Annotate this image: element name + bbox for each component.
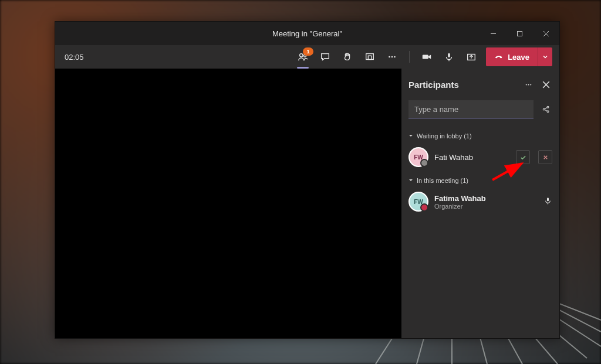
svg-rect-22 xyxy=(448,53,450,57)
chat-button[interactable] xyxy=(316,47,335,66)
mic-on-icon xyxy=(543,196,552,207)
participant-name: Fati Wahab xyxy=(434,153,508,162)
avatar: FW xyxy=(408,192,428,212)
people-button[interactable]: 1 xyxy=(293,47,312,66)
raise-hand-button[interactable] xyxy=(338,47,357,66)
admit-button[interactable] xyxy=(516,150,530,164)
participant-role: Organizer xyxy=(434,203,538,210)
titlebar: Meeting in "General" xyxy=(55,22,559,45)
deny-button[interactable] xyxy=(538,150,552,164)
svg-rect-36 xyxy=(547,198,549,201)
chevron-down-icon xyxy=(408,178,413,183)
leave-button[interactable]: Leave xyxy=(486,47,538,66)
video-stage xyxy=(55,69,401,338)
meeting-participant-row[interactable]: FW Fatima Wahab Organizer xyxy=(408,190,552,213)
svg-point-19 xyxy=(391,56,393,58)
svg-line-32 xyxy=(545,108,547,109)
svg-point-18 xyxy=(389,56,390,58)
svg-rect-17 xyxy=(368,56,371,59)
leave-button-group: Leave xyxy=(486,47,552,66)
lobby-section-header[interactable]: Waiting in lobby (1) xyxy=(408,132,552,140)
svg-point-14 xyxy=(300,54,303,57)
panel-more-button[interactable] xyxy=(522,78,535,91)
presence-dnd-icon xyxy=(420,203,428,212)
leave-chevron-button[interactable] xyxy=(538,47,552,66)
svg-point-26 xyxy=(530,84,531,85)
more-actions-button[interactable] xyxy=(383,47,401,66)
panel-close-button[interactable] xyxy=(539,78,552,91)
leave-label: Leave xyxy=(508,53,529,62)
share-button[interactable] xyxy=(462,47,481,66)
participants-panel: Participants xyxy=(401,69,559,338)
panel-title: Participants xyxy=(408,80,517,90)
presence-unknown-icon xyxy=(420,159,428,167)
maximize-button[interactable] xyxy=(507,22,533,45)
rooms-button[interactable] xyxy=(360,47,379,66)
svg-point-25 xyxy=(528,84,529,85)
camera-button[interactable] xyxy=(417,47,436,66)
svg-line-33 xyxy=(545,110,547,111)
lobby-section-label: Waiting in lobby (1) xyxy=(417,132,472,140)
svg-rect-16 xyxy=(366,54,374,60)
share-invite-button[interactable] xyxy=(539,103,552,116)
svg-point-20 xyxy=(394,56,396,58)
in-meeting-section-label: In this meeting (1) xyxy=(417,177,468,184)
lobby-participant-row[interactable]: FW Fati Wahab xyxy=(408,145,552,169)
meeting-toolbar: 02:05 1 xyxy=(55,45,559,69)
people-badge: 1 xyxy=(303,47,313,56)
check-icon xyxy=(520,154,526,161)
mic-button[interactable] xyxy=(440,47,458,66)
window-controls xyxy=(480,22,559,45)
svg-point-31 xyxy=(547,111,549,113)
svg-point-24 xyxy=(525,84,526,85)
window-title: Meeting in "General" xyxy=(272,29,342,38)
x-icon xyxy=(542,154,549,161)
avatar: FW xyxy=(408,147,428,167)
svg-point-29 xyxy=(543,108,545,110)
in-meeting-section-header[interactable]: In this meeting (1) xyxy=(408,177,552,184)
toolbar-divider xyxy=(409,51,410,63)
minimize-button[interactable] xyxy=(480,22,507,45)
search-input[interactable] xyxy=(408,100,534,118)
participant-name: Fatima Wahab xyxy=(434,194,538,203)
teams-meeting-window: Meeting in "General" 02:05 1 xyxy=(55,21,560,339)
meeting-timer: 02:05 xyxy=(65,53,84,62)
svg-point-30 xyxy=(547,106,549,108)
svg-rect-11 xyxy=(518,31,522,36)
svg-rect-21 xyxy=(423,55,428,59)
close-window-button[interactable] xyxy=(533,22,559,45)
chevron-down-icon xyxy=(408,134,413,138)
